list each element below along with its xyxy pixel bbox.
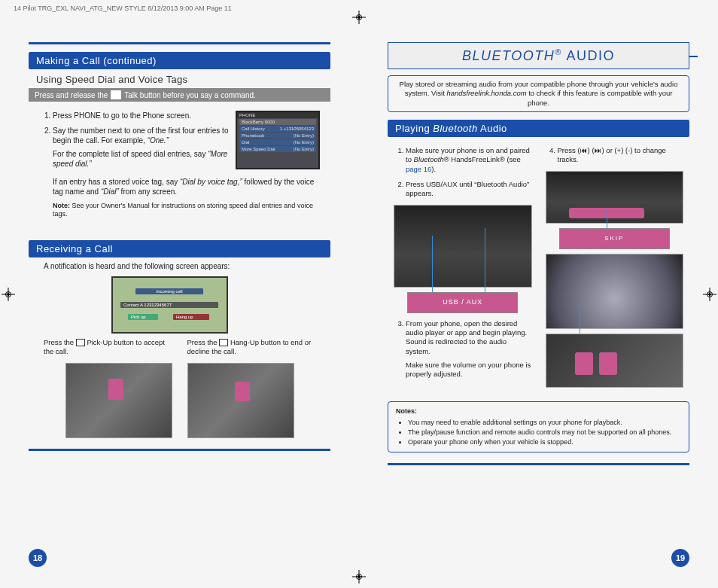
bt-right-col: Press (⏮) (⏭) or (+) (-) to change track…	[546, 146, 684, 392]
page-number-18: 18	[29, 549, 47, 567]
bt-step-1: Make sure your phone is on and paired to…	[406, 146, 532, 174]
bt-step-3: From your phone, open the desired audio …	[406, 319, 532, 379]
rule-top	[29, 42, 330, 44]
talk-pre: Press and release the	[35, 91, 108, 99]
intro-box: Play stored or streaming audio from your…	[388, 75, 689, 112]
nav-pickup: Pick up	[128, 314, 158, 320]
steering-button-images	[29, 363, 330, 438]
phone-device: BlackBerry 9000	[239, 119, 316, 125]
steering-wheel-image-1	[546, 254, 684, 329]
bluetooth-audio-title: BLUETOOTH® AUDIO	[388, 42, 689, 69]
skip-label: SKIP	[604, 235, 624, 242]
rule-bottom-left	[29, 449, 330, 451]
notes-heading: Notes:	[396, 407, 681, 416]
pickup-button-image	[65, 363, 172, 438]
steps-list: Press PHONE to go to the Phone screen. S…	[39, 111, 230, 169]
nav-contact: Contact A 12312345677	[120, 302, 218, 308]
section-receiving-call: Receiving a Call	[29, 240, 330, 257]
bt-left-col: Make sure your phone is on and paired to…	[394, 146, 532, 392]
step-2: Say the number next to one of the first …	[53, 126, 230, 169]
phone-row-2: Phonebook(No Entry)	[239, 133, 316, 139]
pickup-icon	[76, 339, 85, 346]
talk-post: Talk button before you say a command.	[124, 91, 256, 99]
skip-panel-image	[546, 171, 684, 224]
section-making-call: Making a Call (continued)	[29, 52, 330, 69]
rule-bottom-right	[388, 463, 689, 465]
phone-screen-image: PHONE BlackBerry 9000 Call History1 +131…	[236, 111, 320, 169]
note-2: The play/pause function and remote audio…	[408, 428, 681, 437]
phone-row-4: More Speed Dial(No Entry)	[239, 146, 316, 152]
hangup-button-image	[187, 363, 294, 438]
pickup-caption: Press the Pick-Up button to accept the c…	[44, 338, 172, 357]
phone-title: PHONE	[237, 112, 318, 118]
phone-row-3: Dial(No Entry)	[239, 139, 316, 145]
voice-tag-paragraph: If an entry has a stored voice tag, say …	[53, 177, 320, 197]
note-1: You may need to enable additional settin…	[408, 418, 681, 427]
hangup-caption: Press the Hang-Up button to end or decli…	[187, 338, 316, 357]
step-2-text: Say the number next to one of the first …	[53, 126, 228, 145]
step-2-em: “One.”	[148, 136, 169, 145]
nav-hangup: Hang up	[173, 314, 209, 320]
talk-icon	[111, 90, 121, 99]
note-3: Operate your phone only when your vehicl…	[408, 437, 681, 446]
phone-row-1: Call History1 +13105054123	[239, 126, 316, 132]
step-2-after: For the complete list of speed dial entr…	[53, 150, 208, 158]
page-number-19: 19	[671, 549, 689, 567]
talk-instruction-bar: Press and release the Talk button before…	[29, 88, 330, 102]
section-playing-bt: Playing Bluetooth Audio	[388, 120, 689, 137]
bt-step-4: Press (⏮) (⏭) or (+) (-) to change track…	[558, 146, 684, 165]
owners-manual-note: Note: See your Owner's Manual for instru…	[53, 202, 320, 219]
step-1: Press PHONE to go to the Phone screen.	[53, 111, 230, 121]
page-19: BLUETOOTH® AUDIO Play stored or streamin…	[359, 21, 718, 588]
speed-dial-content: Press PHONE to go to the Phone screen. S…	[29, 108, 330, 230]
page-18: Making a Call (continued) Using Speed Di…	[0, 21, 359, 588]
hangup-icon	[219, 339, 228, 346]
audio-panel-image	[394, 205, 532, 288]
steering-wheel-image-2	[546, 334, 684, 388]
subhead-speed-dial: Using Speed Dial and Voice Tags	[36, 74, 330, 85]
usb-aux-button-image: USB / AUX	[407, 292, 518, 313]
bt-step-3b: Make sure the volume on your phone is pr…	[406, 361, 532, 379]
print-slug: 14 Pilot TRG_EXL NAVI_ATG_NEW STYLE 8/12…	[14, 5, 232, 12]
skip-button-image: SKIP	[559, 228, 670, 249]
usb-aux-label: USB / AUX	[443, 298, 482, 307]
bt-grid: Make sure your phone is on and paired to…	[388, 142, 689, 397]
bt-step-2: Press USB/AUX until “Bluetooth Audio” ap…	[406, 180, 532, 199]
nav-screen-image: Incoming call Contact A 12312345677 Pick…	[111, 276, 228, 334]
notes-box: Notes: You may need to enable additional…	[388, 401, 689, 453]
call-button-captions: Press the Pick-Up button to accept the c…	[29, 338, 330, 357]
nav-incoming: Incoming call	[135, 288, 203, 294]
notification-text: A notification is heard and the followin…	[44, 262, 330, 270]
